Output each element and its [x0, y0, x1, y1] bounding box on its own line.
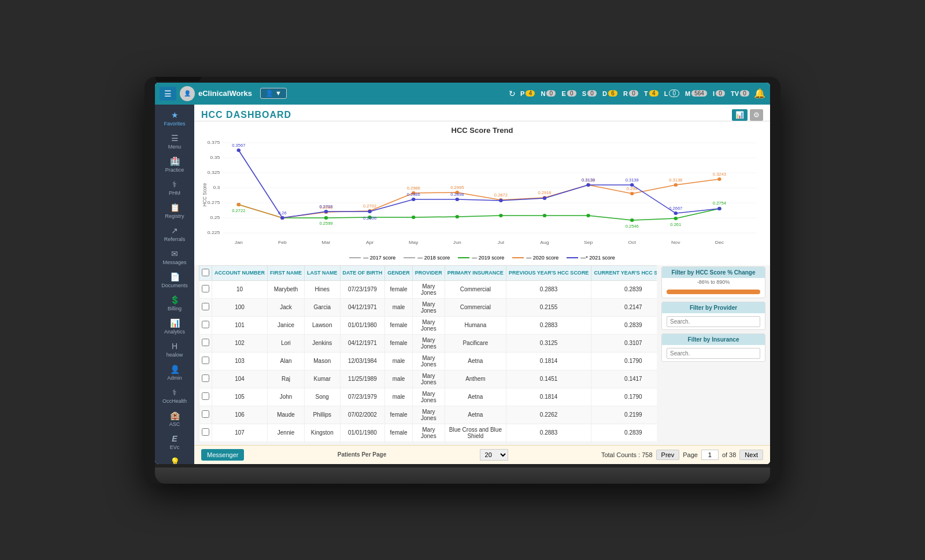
- sidebar-item-billing[interactable]: 💲 Billing: [158, 293, 191, 314]
- sidebar-item-evc[interactable]: E EVc: [158, 432, 191, 453]
- cell-insurance: Pacificare: [445, 334, 506, 352]
- messenger-button[interactable]: Messenger: [201, 449, 244, 461]
- sidebar-item-documents[interactable]: 📄 Documents: [158, 270, 191, 291]
- laptop-base: [155, 468, 770, 484]
- svg-point-31: [412, 216, 415, 219]
- cell-provider: Mary Jones: [412, 370, 445, 388]
- svg-text:Jan: Jan: [235, 239, 243, 245]
- filter-hcc-bar[interactable]: [667, 290, 760, 294]
- healow-icon: H: [172, 342, 177, 351]
- table-row: 10 Marybeth Hines 07/23/1979 female Mary…: [199, 280, 657, 298]
- chart-view-button[interactable]: 📊: [732, 109, 748, 121]
- col-prev-hcc[interactable]: PREVIOUS YEAR'S HCC SCORE: [506, 265, 591, 280]
- table-section: ACCOUNT NUMBER FIRST NAME LAST NAME DATE…: [194, 265, 770, 445]
- filter-provider-input[interactable]: [667, 316, 760, 327]
- sidebar-item-healow[interactable]: H healow: [158, 339, 191, 360]
- settings-button[interactable]: ⚙: [750, 109, 763, 121]
- row-checkbox[interactable]: [202, 285, 209, 292]
- chart-wrap: 0.375 0.35 0.325 0.3 0.275 0.25 0.225 HC…: [201, 137, 763, 253]
- nav-badge-d[interactable]: D 6: [602, 90, 617, 97]
- refresh-button[interactable]: ↻: [509, 89, 516, 98]
- table-row: 105 John Song 07/23/1979 male Mary Jones…: [199, 388, 657, 406]
- sidebar-item-phm[interactable]: ⚕ PHM: [158, 177, 191, 198]
- nav-badge-n[interactable]: N 0: [541, 90, 556, 97]
- cell-insurance: Commercial: [445, 298, 506, 316]
- row-checkbox[interactable]: [202, 428, 209, 436]
- sidebar-item-healow-insights[interactable]: 💡 healow Insights: [158, 455, 191, 464]
- row-checkbox[interactable]: [202, 392, 209, 400]
- nav-badge-i[interactable]: I 0: [713, 90, 725, 97]
- col-first-name[interactable]: FIRST NAME: [268, 265, 305, 280]
- svg-point-76: [674, 212, 678, 215]
- cell-gender: female: [385, 316, 413, 334]
- dashboard-controls: 📊 ⚙: [732, 109, 763, 121]
- svg-point-69: [368, 210, 371, 213]
- nav-badge-p[interactable]: P 4: [520, 90, 535, 97]
- col-insurance[interactable]: PRIMARY INSURANCE: [445, 265, 506, 280]
- cell-insurance: Blue Cross and Blue Shield: [445, 424, 506, 442]
- nav-badge-tv[interactable]: TV 0: [731, 90, 749, 97]
- svg-text:0.275: 0.275: [208, 199, 220, 205]
- row-checkbox[interactable]: [202, 321, 209, 328]
- prev-button[interactable]: Prev: [656, 450, 680, 460]
- cell-last-name: Hines: [305, 280, 341, 298]
- nav-badge-r[interactable]: R 0: [623, 90, 638, 97]
- cell-first-name: John: [268, 388, 305, 406]
- nav-badge-m[interactable]: M 564: [685, 90, 707, 97]
- app-container: ☰ 👤 eClinicalWorks 👤 ▼ ↻ P 4 N 0 E 0: [155, 83, 770, 464]
- cell-prev-hcc: 0.2262: [506, 406, 591, 424]
- col-last-name[interactable]: LAST NAME: [305, 265, 341, 280]
- table-row: 106 Maude Phillips 07/02/2002 female Mar…: [199, 406, 657, 424]
- col-provider[interactable]: PROVIDER: [412, 265, 445, 280]
- page-input[interactable]: [701, 450, 719, 460]
- cell-last-name: Kumar: [305, 370, 341, 388]
- nav-badge-s[interactable]: S 0: [582, 90, 597, 97]
- cell-prev-hcc: 0.2883: [506, 424, 591, 442]
- alert-icon[interactable]: 🔔: [754, 88, 765, 99]
- col-gender[interactable]: GENDER: [385, 265, 413, 280]
- sidebar-item-referrals[interactable]: ↗ Referrals: [158, 224, 191, 244]
- sidebar-item-menu[interactable]: ☰ Menu: [158, 131, 191, 152]
- row-checkbox[interactable]: [202, 410, 209, 418]
- svg-text:0.2986: 0.2986: [407, 186, 420, 191]
- nav-badge-t[interactable]: T 4: [644, 90, 658, 97]
- cell-account: 108: [212, 442, 268, 443]
- cell-provider: Mary Jones: [412, 352, 445, 370]
- user-search-button[interactable]: 👤 ▼: [260, 88, 287, 99]
- col-dob[interactable]: DATE OF BIRTH: [340, 265, 385, 280]
- svg-point-35: [586, 214, 590, 217]
- svg-text:0.2916: 0.2916: [538, 190, 551, 195]
- per-page-select[interactable]: 20 50 100: [480, 449, 508, 461]
- sidebar-item-asc[interactable]: 🏨 ASC: [158, 409, 191, 429]
- cell-gender: male: [385, 442, 413, 443]
- select-all-checkbox[interactable]: [202, 269, 209, 276]
- row-checkbox[interactable]: [202, 303, 209, 310]
- row-checkbox[interactable]: [202, 357, 209, 364]
- sidebar-item-registry[interactable]: 📋 Registry: [158, 201, 191, 221]
- filter-provider-header: Filter by Provider: [662, 302, 765, 313]
- sidebar-item-messages[interactable]: ✉ Messages: [158, 247, 191, 268]
- filter-insurance-input[interactable]: [667, 348, 760, 359]
- table-wrapper[interactable]: ACCOUNT NUMBER FIRST NAME LAST NAME DATE…: [199, 265, 657, 443]
- next-button[interactable]: Next: [739, 450, 763, 460]
- asc-icon: 🏨: [170, 411, 180, 420]
- row-checkbox[interactable]: [202, 339, 209, 346]
- col-account[interactable]: ACCOUNT NUMBER: [212, 265, 268, 280]
- sidebar-item-practice[interactable]: 🏥 Practice: [158, 154, 191, 175]
- menu-button[interactable]: ☰: [160, 87, 176, 101]
- svg-text:Mar: Mar: [322, 239, 331, 245]
- sidebar-item-admin[interactable]: 👤 Admin: [158, 362, 191, 383]
- sidebar-item-analytics[interactable]: 📊 Analytics: [158, 316, 191, 337]
- svg-text:0.375: 0.375: [208, 139, 220, 145]
- cell-gender: male: [385, 352, 413, 370]
- sidebar-item-occhealth[interactable]: ⚕ OccHealth: [158, 385, 191, 406]
- sidebar-item-favorites[interactable]: ★ Favorites: [158, 108, 191, 129]
- svg-text:0.3138: 0.3138: [626, 177, 639, 183]
- cell-dob: 04/12/1971: [340, 334, 385, 352]
- col-curr-hcc[interactable]: CURRENT YEAR'S HCC SCORE: [591, 265, 657, 280]
- svg-point-44: [237, 203, 240, 206]
- row-checkbox[interactable]: [202, 374, 209, 382]
- nav-badge-l[interactable]: L 0: [664, 90, 679, 97]
- svg-text:May: May: [409, 239, 419, 245]
- nav-badge-e[interactable]: E 0: [561, 90, 576, 97]
